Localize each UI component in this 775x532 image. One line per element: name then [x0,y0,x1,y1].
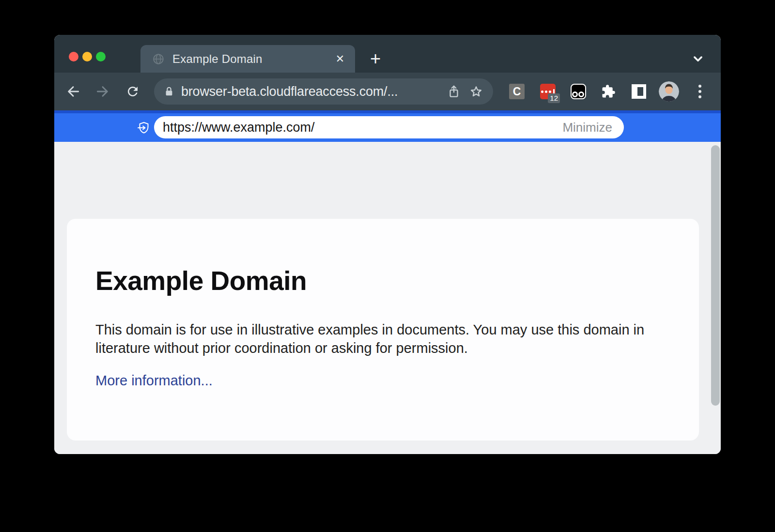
forward-button[interactable] [93,82,112,101]
tab-search-chevron-icon[interactable] [689,49,707,68]
globe-favicon-icon [152,53,165,65]
minimize-window-button[interactable] [82,52,92,61]
page-paragraph: This domain is for use in illustrative e… [95,320,655,357]
share-icon[interactable] [446,83,462,100]
address-bar[interactable]: browser-beta.cloudflareaccess.com/... [154,78,493,105]
reload-button[interactable] [123,82,142,101]
browser-menu-icon[interactable] [693,84,707,99]
close-window-button[interactable] [69,52,78,61]
bookmark-star-icon[interactable] [468,83,484,100]
address-bar-url: browser-beta.cloudflareaccess.com/... [181,84,440,99]
extension-c-icon[interactable]: C [509,84,525,99]
minimize-bar-button[interactable]: Minimize [562,120,612,135]
extension-badge: 12 [548,93,560,103]
lock-icon[interactable] [164,86,174,97]
extension-c-label: C [513,85,521,98]
example-domain-card: Example Domain This domain is for use in… [67,219,699,441]
circle-icon [578,91,584,97]
page-heading: Example Domain [95,265,307,296]
browser-tab[interactable]: Example Domain ✕ [140,45,355,73]
extensions-puzzle-icon[interactable] [601,84,616,99]
new-tab-button[interactable]: + [366,49,385,68]
extension-red-dots-icon[interactable]: 12 [540,84,556,99]
shield-arrow-icon [137,122,150,135]
tab-title: Example Domain [172,52,332,66]
scrollbar-thumb[interactable] [711,145,720,406]
browser-window: Example Domain ✕ + [54,35,721,454]
extension-circles-icon[interactable] [571,84,586,99]
zoom-window-button[interactable] [96,52,106,61]
isolated-url-input[interactable]: https://www.example.com/ Minimize [154,116,624,138]
more-information-link[interactable]: More information... [95,373,213,389]
back-button[interactable] [63,82,83,101]
tab-strip: Example Domain ✕ + [54,35,721,73]
isolated-url-text: https://www.example.com/ [163,120,562,135]
browser-toolbar: browser-beta.cloudflareaccess.com/... C [54,73,721,110]
circle-icon [572,91,578,97]
close-tab-icon[interactable]: ✕ [332,51,348,67]
side-panel-icon[interactable] [631,84,647,99]
page-viewport: Example Domain This domain is for use in… [54,142,721,454]
isolation-bar: https://www.example.com/ Minimize [54,110,721,142]
profile-avatar[interactable] [659,81,679,102]
